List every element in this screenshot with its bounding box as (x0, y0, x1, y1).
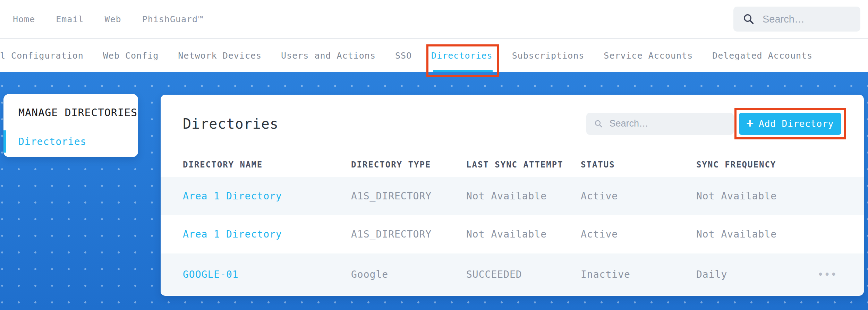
add-directory-label: Add Directory (759, 119, 834, 129)
nav-item-phishguard[interactable]: PhishGuard™ (142, 14, 204, 24)
tab-service-accounts[interactable]: Service Accounts (604, 39, 693, 72)
col-directory-type: DIRECTORY TYPE (351, 160, 466, 170)
last-sync-cell: Not Available (466, 229, 581, 240)
manage-directories-heading: MANAGE DIRECTORIES (3, 106, 138, 119)
search-icon (594, 119, 603, 129)
add-directory-button[interactable]: + Add Directory (739, 113, 841, 135)
directories-card: Directories + Add Directory (161, 95, 864, 296)
directory-type-cell: A1S_DIRECTORY (351, 190, 466, 202)
tab-sso[interactable]: SSO (395, 39, 412, 72)
tab-email-configuration[interactable]: l Configuration (0, 39, 84, 72)
global-search-input[interactable] (763, 14, 851, 25)
tab-subscriptions[interactable]: Subscriptions (512, 39, 585, 72)
col-sync-frequency: SYNC FREQUENCY (696, 160, 817, 170)
directories-card-header: Directories + Add Directory (161, 95, 864, 153)
directories-table: DIRECTORY NAME DIRECTORY TYPE LAST SYNC … (161, 153, 864, 295)
row-menu-icon[interactable]: ••• (817, 268, 837, 281)
last-sync-cell: Not Available (466, 190, 581, 202)
directory-type-cell: A1S_DIRECTORY (351, 229, 466, 240)
directories-search[interactable] (586, 113, 734, 135)
status-cell: Active (581, 190, 696, 202)
nav-item-email[interactable]: Email (56, 14, 84, 24)
app-window: Home Email Web PhishGuard™ l Configurati… (0, 0, 868, 310)
tab-web-config[interactable]: Web Config (103, 39, 159, 72)
content-area: MANAGE DIRECTORIES Directories Directori… (0, 72, 868, 310)
col-last-sync-attempt: LAST SYNC ATTEMPT (466, 160, 581, 170)
card-header-actions: + Add Directory (586, 113, 841, 135)
directory-name-link[interactable]: GOOGLE-01 (183, 269, 351, 280)
global-search[interactable] (733, 7, 860, 32)
top-nav-bar: Home Email Web PhishGuard™ (0, 0, 868, 39)
sync-frequency-cell: Not Available (696, 229, 817, 240)
primary-nav: Home Email Web PhishGuard™ (13, 14, 203, 24)
directories-search-input[interactable] (610, 118, 726, 129)
status-cell: Inactive (581, 269, 696, 280)
table-header-row: DIRECTORY NAME DIRECTORY TYPE LAST SYNC … (161, 153, 864, 177)
col-status: STATUS (581, 160, 696, 170)
last-sync-cell: SUCCEEDED (466, 269, 581, 280)
nav-item-home[interactable]: Home (13, 14, 35, 24)
sync-frequency-cell: Daily (696, 269, 817, 280)
col-directory-name: DIRECTORY NAME (183, 160, 351, 170)
secondary-tab-bar: l Configuration Web Config Network Devic… (0, 39, 868, 72)
page-title: Directories (183, 116, 279, 132)
sync-frequency-cell: Not Available (696, 190, 817, 202)
plus-icon: + (747, 117, 754, 129)
tab-network-devices[interactable]: Network Devices (178, 39, 262, 72)
active-tab-underline (433, 70, 493, 72)
status-cell: Active (581, 229, 696, 240)
directory-name-link[interactable]: Area 1 Directory (183, 190, 351, 202)
tab-users-and-actions[interactable]: Users and Actions (281, 39, 376, 72)
tab-delegated-accounts[interactable]: Delegated Accounts (712, 39, 812, 72)
sidebar-item-directories[interactable]: Directories (3, 130, 138, 153)
nav-item-web[interactable]: Web (104, 14, 121, 24)
table-row: GOOGLE-01 Google SUCCEEDED Inactive Dail… (161, 253, 864, 295)
directory-type-cell: Google (351, 269, 466, 280)
sidebar-item-label: Directories (18, 136, 86, 147)
table-row: Area 1 Directory A1S_DIRECTORY Not Avail… (161, 177, 864, 215)
tab-directories-label: Directories (431, 51, 493, 61)
table-row: Area 1 Directory A1S_DIRECTORY Not Avail… (161, 215, 864, 253)
tab-directories[interactable]: Directories (431, 39, 493, 72)
manage-directories-card: MANAGE DIRECTORIES Directories (3, 94, 138, 157)
search-icon (742, 13, 755, 25)
directory-name-link[interactable]: Area 1 Directory (183, 229, 351, 240)
add-directory-wrap: + Add Directory (739, 113, 841, 135)
